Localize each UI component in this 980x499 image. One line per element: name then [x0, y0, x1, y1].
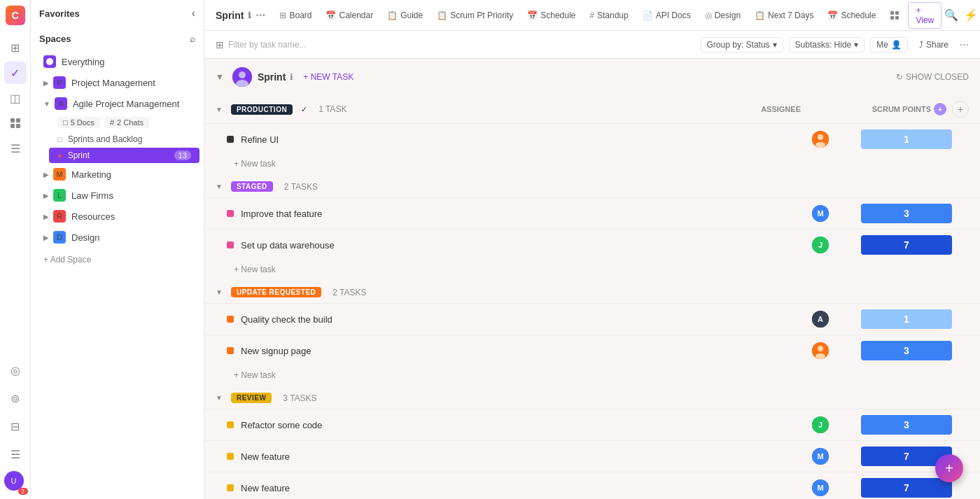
show-closed-btn[interactable]: ↻ SHOW CLOSED	[896, 72, 969, 82]
chip-5-docs[interactable]: □ 5 Docs	[57, 117, 100, 128]
task-row[interactable]: Set up data warehouse J 7	[204, 229, 980, 260]
task-row[interactable]: New feature M 7	[204, 440, 980, 472]
task-row[interactable]: New signup page 3	[204, 335, 980, 366]
sidebar-item-design[interactable]: ▶ D Design	[35, 227, 200, 247]
agile-label: Agile Project Management	[73, 99, 179, 109]
me-btn[interactable]: Me 👤	[870, 37, 908, 52]
chip-2-chats[interactable]: # 2 Chats	[104, 117, 149, 128]
app-logo[interactable]: C	[6, 6, 25, 25]
assignee-avatar: J	[812, 237, 829, 253]
subtasks-hide-btn[interactable]: Subtasks: Hide ▾	[789, 37, 865, 52]
trophy-icon[interactable]: ⊚	[4, 387, 27, 409]
sprint-title: Sprint	[216, 10, 244, 21]
task-row[interactable]: Quality check the build A 1	[204, 303, 980, 335]
sidebar-item-sprint[interactable]: ● Sprint 13	[49, 148, 200, 163]
review-header[interactable]: ▼ REVIEW 3 TASKS	[204, 387, 980, 409]
filterbar: ⊞ Filter by task name... Group by: Statu…	[204, 31, 980, 59]
sidebar-collapse-btn[interactable]: ‹	[192, 7, 195, 20]
new-task-button[interactable]: + NEW TASK	[299, 71, 358, 83]
sidebar-item-project-management[interactable]: ▶ P Project Management	[35, 73, 200, 92]
fab-button[interactable]: +	[935, 454, 963, 482]
tab-board[interactable]: ⊞ Board	[274, 8, 317, 23]
icon-bar: C ⊞ ✓ ◫ ☰ ◎ ⊚ ⊟ ☰ U 2	[0, 0, 31, 499]
sidebar-item-marketing[interactable]: ▶ M Marketing	[35, 164, 200, 184]
show-closed-icon: ↻	[896, 72, 903, 82]
scrum-bar: 7	[861, 235, 952, 255]
search-icon[interactable]: 🔍	[944, 8, 958, 22]
production-columns: ASSIGNEE SCRUM POINTS + +	[717, 101, 969, 118]
tab-api-docs[interactable]: 📄 API Docs	[637, 8, 696, 23]
sidebar-item-law-firms[interactable]: ▶ L Law Firms	[35, 185, 200, 205]
nav-grid-icon[interactable]	[4, 112, 27, 134]
task-row[interactable]: New feature M 7	[204, 472, 980, 499]
nav-docs-icon[interactable]: ☰	[4, 137, 27, 160]
task-row[interactable]: Improve that feature M 3	[204, 197, 980, 229]
add-task-staged[interactable]: + New task	[204, 260, 980, 279]
more-options-icon[interactable]: ⋯	[960, 39, 969, 50]
group-by-label: Group by: Status	[707, 40, 770, 50]
filter-placeholder[interactable]: Filter by task name...	[228, 40, 306, 50]
agile-children: □ Sprints and Backlog ● Sprint 13	[31, 131, 204, 164]
sidebar-item-agile[interactable]: ▼ A Agile Project Management	[35, 94, 200, 113]
task-assignee: M	[745, 448, 829, 465]
filter-right-controls: Group by: Status ▾ Subtasks: Hide ▾ Me 👤…	[701, 37, 969, 52]
filter-input-wrap: ⊞ Filter by task name...	[216, 39, 695, 50]
nav-tasks-icon[interactable]: ✓	[4, 62, 27, 84]
tab-schedule[interactable]: 📅 Schedule	[522, 8, 581, 23]
sidebar-item-everything[interactable]: Everything	[35, 52, 200, 71]
tab-next-7-days[interactable]: 📋 Next 7 Days	[749, 8, 819, 23]
assignee-col-header: ASSIGNEE	[717, 105, 801, 113]
marketing-label: Marketing	[71, 169, 111, 180]
avatar-badge-count: 2	[18, 488, 28, 495]
law-expand-icon: ▶	[43, 192, 49, 199]
spaces-search-icon[interactable]: ⌕	[190, 34, 195, 44]
bolt-icon[interactable]: ⚡	[964, 8, 978, 22]
group-by-status-btn[interactable]: Group by: Status ▾	[701, 37, 783, 52]
tab-standup[interactable]: # Standup	[584, 8, 634, 23]
plus-view-button[interactable]: + View	[908, 2, 941, 29]
task-row[interactable]: Refine UI 1	[204, 123, 980, 155]
assignee-avatar: M	[812, 448, 829, 465]
nav-inbox-icon[interactable]: ◫	[4, 87, 27, 109]
sprint-label: Sprint	[68, 150, 90, 160]
staged-header[interactable]: ▼ STAGED 2 TASKS	[204, 176, 980, 197]
tab-design[interactable]: ◎ Design	[699, 8, 746, 23]
filter-funnel-icon[interactable]: ⊞	[216, 39, 224, 50]
view-grid-icon	[890, 10, 899, 20]
task-row[interactable]: Refactor some code J 3	[204, 409, 980, 440]
resources-expand-icon: ▶	[43, 213, 49, 220]
svg-rect-6	[895, 11, 899, 15]
tab-schedule2[interactable]: 📅 Schedule	[822, 8, 881, 23]
law-icon: L	[53, 189, 66, 202]
add-space-btn[interactable]: + Add Space	[35, 251, 200, 269]
scrum-col-header: SCRUM POINTS +	[806, 103, 946, 115]
briefcase-icon[interactable]: ⊟	[4, 415, 27, 437]
sidebar-item-resources[interactable]: ▶ R Resources	[35, 206, 200, 226]
scrum-plus-icon[interactable]: +	[934, 103, 946, 115]
update-requested-header[interactable]: ▼ UPDATE REQUESTED 2 TASKS	[204, 281, 980, 303]
board-label: Board	[289, 10, 312, 20]
pm-expand-icon: ▶	[43, 79, 49, 87]
bookmark-icon[interactable]: ☰	[4, 443, 27, 465]
target-icon[interactable]: ◎	[4, 359, 27, 381]
production-header[interactable]: ▼ PRODUCTION ✓ 1 TASK ASSIGNEE SCRUM POI…	[204, 95, 980, 123]
tab-calendar[interactable]: 📅 Calendar	[320, 8, 379, 23]
share-btn[interactable]: ⤴ Share	[913, 38, 954, 52]
pm-label: Project Management	[71, 78, 155, 88]
task-name: New signup page	[241, 346, 745, 356]
svg-rect-1	[16, 118, 20, 122]
title-more-icon[interactable]: ⋯	[255, 10, 265, 21]
tab-view-grid[interactable]	[884, 8, 905, 23]
tab-guide[interactable]: 📋 Guide	[382, 8, 428, 23]
title-info-icon: ℹ	[248, 10, 251, 20]
user-avatar-area[interactable]: U 2	[4, 471, 27, 493]
tab-scrum-priority[interactable]: 📋 Scrum Pt Priority	[431, 8, 519, 23]
sidebar-item-sprints-backlog[interactable]: □ Sprints and Backlog	[49, 132, 200, 147]
add-task-production[interactable]: + New task	[204, 155, 980, 173]
col-add-btn[interactable]: +	[952, 101, 969, 118]
sprint-collapse-icon[interactable]: ▼	[216, 72, 224, 82]
task-name: Set up data warehouse	[241, 240, 745, 251]
nav-home-icon[interactable]: ⊞	[4, 36, 27, 59]
share-icon: ⤴	[919, 40, 923, 50]
add-task-update-requested[interactable]: + New task	[204, 366, 980, 384]
